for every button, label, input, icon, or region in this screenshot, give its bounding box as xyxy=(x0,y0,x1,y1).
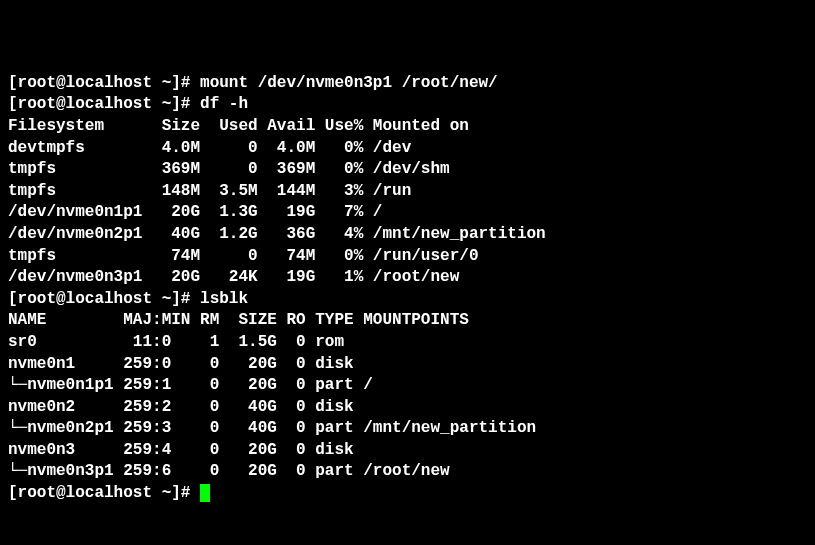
shell-prompt: [root@localhost ~]# xyxy=(8,95,200,113)
lsblk-row: └─nvme0n2p1 259:3 0 40G 0 part /mnt/new_… xyxy=(8,419,536,437)
df-row: /dev/nvme0n3p1 20G 24K 19G 1% /root/new xyxy=(8,268,459,286)
shell-prompt: [root@localhost ~]# xyxy=(8,290,200,308)
lsblk-header: NAME MAJ:MIN RM SIZE RO TYPE MOUNTPOINTS xyxy=(8,311,469,329)
lsblk-command: lsblk xyxy=(200,290,248,308)
mount-command: mount /dev/nvme0n3p1 /root/new/ xyxy=(200,74,498,92)
lsblk-row: nvme0n3 259:4 0 20G 0 disk xyxy=(8,441,354,459)
lsblk-row: nvme0n2 259:2 0 40G 0 disk xyxy=(8,398,354,416)
shell-prompt: [root@localhost ~]# xyxy=(8,484,200,502)
df-command: df -h xyxy=(200,95,248,113)
cursor-icon[interactable] xyxy=(200,484,210,502)
lsblk-row: nvme0n1 259:0 0 20G 0 disk xyxy=(8,355,354,373)
df-row: tmpfs 74M 0 74M 0% /run/user/0 xyxy=(8,247,478,265)
lsblk-row: └─nvme0n1p1 259:1 0 20G 0 part / xyxy=(8,376,373,394)
terminal-output: [root@localhost ~]# mount /dev/nvme0n3p1… xyxy=(8,73,807,505)
df-row: tmpfs 369M 0 369M 0% /dev/shm xyxy=(8,160,450,178)
df-row: /dev/nvme0n2p1 40G 1.2G 36G 4% /mnt/new_… xyxy=(8,225,546,243)
lsblk-row: └─nvme0n3p1 259:6 0 20G 0 part /root/new xyxy=(8,462,450,480)
df-row: devtmpfs 4.0M 0 4.0M 0% /dev xyxy=(8,139,411,157)
df-header: Filesystem Size Used Avail Use% Mounted … xyxy=(8,117,469,135)
shell-prompt: [root@localhost ~]# xyxy=(8,74,200,92)
df-row: tmpfs 148M 3.5M 144M 3% /run xyxy=(8,182,411,200)
df-row: /dev/nvme0n1p1 20G 1.3G 19G 7% / xyxy=(8,203,382,221)
lsblk-row: sr0 11:0 1 1.5G 0 rom xyxy=(8,333,344,351)
